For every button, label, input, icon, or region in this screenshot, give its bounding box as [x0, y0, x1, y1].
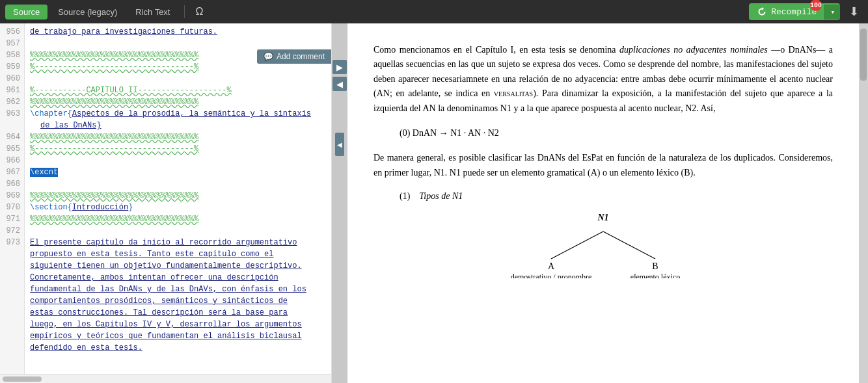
- line-962: 962: [0, 96, 24, 108]
- line-959: 959: [0, 61, 24, 73]
- preview-para-2: De manera general, es posible clasificar…: [373, 151, 833, 180]
- editor-panel: 💬 Add comment 956 957 958 959 960 961 96…: [0, 23, 332, 383]
- code-line-973g: estas construcciones. Tal descripción se…: [30, 307, 326, 319]
- code-line-965: %----------------------------------%: [30, 143, 326, 155]
- recompile-button[interactable]: Recompile ▾: [749, 3, 840, 20]
- preview-content: Como mencionamos en el Capítulo I, en es…: [347, 23, 859, 383]
- svg-line-1: [603, 231, 655, 259]
- code-line-963: \chapter{Aspectos de la prosodia, la sem…: [30, 108, 326, 120]
- preview-formula: (0) DnAN → N1 · AN · N2: [400, 126, 833, 140]
- code-line-973: El presente capítulo da inicio al recorr…: [30, 237, 326, 248]
- svg-text:demostrativo / pronombre: demostrativo / pronombre: [511, 272, 592, 278]
- comment-bubble-icon: 💬: [264, 52, 273, 61]
- formula-text: (0) DnAN → N1 · AN · N2: [400, 128, 499, 138]
- line-956: 956: [0, 26, 24, 38]
- line-963: 963: [0, 108, 24, 120]
- line-960: 960: [0, 73, 24, 85]
- code-line-970: \section{Introducción}: [30, 202, 326, 213]
- line-973f: [0, 295, 24, 307]
- toolbar: Source Source (legacy) Rich Text Ω Recom…: [0, 0, 868, 23]
- code-line-972: [30, 225, 326, 237]
- add-comment-button[interactable]: 💬 Add comment: [257, 49, 331, 64]
- download-button[interactable]: ⬇: [845, 3, 863, 20]
- svg-line-0: [551, 231, 603, 259]
- editor-scrollbar-thumb: [3, 376, 42, 382]
- preview-scrollbar[interactable]: [859, 23, 868, 383]
- preview-smallcaps: versalitas: [494, 88, 533, 98]
- code-line-973e: fundamental de las DnANs y de las DnAVs,…: [30, 284, 326, 295]
- code-line-973d: Concretamente, ambos intentan ofrecer un…: [30, 272, 326, 284]
- code-line-973b: propuesto en esta tesis. Tanto este capí…: [30, 248, 326, 260]
- code-line-973i: empíricos y teóricos que fundamentan el …: [30, 330, 326, 342]
- code-line-963b: de las DnANs}: [30, 120, 326, 131]
- code-line-scroll-top: de trabajo para investigaciones futuras.: [30, 26, 326, 38]
- tree-svg: A B demostrativo / pronombre elemento lé…: [499, 226, 707, 278]
- line-964: 964: [0, 131, 24, 143]
- preview-para-1: Como mencionamos en el Capítulo I, en es…: [373, 43, 833, 116]
- line-965: 965: [0, 143, 24, 155]
- tab-rich-text[interactable]: Rich Text: [128, 5, 178, 20]
- line-972: 972: [0, 225, 24, 237]
- line-973e: [0, 284, 24, 295]
- code-line-973h: luego, en los Capítulos IV y V, desarrol…: [30, 319, 326, 330]
- line-958: 958: [0, 49, 24, 61]
- line-973: 973: [0, 237, 24, 248]
- code-line-960: [30, 73, 326, 85]
- line-973i: [0, 330, 24, 342]
- code-line-957: [30, 38, 326, 49]
- omega-button[interactable]: Ω: [191, 5, 207, 19]
- nav-arrow-small[interactable]: ◀: [335, 133, 344, 156]
- code-line-973j: defendido en esta tesis.: [30, 342, 326, 354]
- code-line-966: [30, 155, 326, 166]
- code-line-967: \excnt: [30, 166, 326, 178]
- svg-text:A: A: [548, 261, 555, 271]
- tipos-n1-label: Tipos de N1: [419, 191, 463, 201]
- line-973h: [0, 319, 24, 330]
- line-968: 968: [0, 178, 24, 190]
- line-973g: [0, 307, 24, 319]
- line-969: 969: [0, 190, 24, 202]
- code-line-973f: comportamientos prosódicos, semánticos y…: [30, 295, 326, 307]
- preview-scrollbar-thumb: [860, 29, 867, 81]
- recompile-icon: [757, 7, 767, 17]
- tree-root-label: N1: [597, 211, 608, 225]
- editor-content: 956 957 958 959 960 961 962 963 964 965 …: [0, 23, 331, 374]
- line-957: 957: [0, 38, 24, 49]
- add-comment-label: Add comment: [277, 52, 325, 61]
- recompile-dropdown-arrow[interactable]: ▾: [824, 5, 840, 20]
- tree-diagram: N1 A B demostrativo / pronombre elemento…: [373, 211, 833, 278]
- code-line-969: %%%%%%%%%%%%%%%%%%%%%%%%%%%%%%%%%%%%: [30, 190, 326, 202]
- line-966: 966: [0, 155, 24, 166]
- code-line-973c: siguiente tienen un objetivo fundamental…: [30, 260, 326, 272]
- line-970: 970: [0, 202, 24, 213]
- main-area: 💬 Add comment 956 957 958 959 960 961 96…: [0, 23, 868, 383]
- line-973d: [0, 272, 24, 284]
- code-line-962: %%%%%%%%%%%%%%%%%%%%%%%%%%%%%%%%%%%%: [30, 96, 326, 108]
- code-area[interactable]: de trabajo para investigaciones futuras.…: [25, 23, 331, 374]
- code-line-961: %-----------CAPITULO II-----------------…: [30, 85, 326, 96]
- tab-source-legacy[interactable]: Source (legacy): [50, 5, 125, 20]
- preview-italic-term: duplicaciones no adyacentes nominales: [619, 45, 768, 55]
- numbered-paren: (1): [400, 191, 419, 201]
- nav-arrow-right[interactable]: ▶: [332, 60, 347, 74]
- preview-numbered: (1) Tipos de N1: [400, 189, 833, 204]
- divider: [184, 5, 185, 18]
- nav-arrows-panel: ▶ ◀ ◀: [332, 23, 347, 383]
- preview-panel: Como mencionamos en el Capítulo I, en es…: [347, 23, 868, 383]
- code-line-964: %%%%%%%%%%%%%%%%%%%%%%%%%%%%%%%%%%%%: [30, 131, 326, 143]
- svg-text:elemento léxico: elemento léxico: [631, 272, 680, 278]
- line-973c: [0, 260, 24, 272]
- line-numbers: 956 957 958 959 960 961 962 963 964 965 …: [0, 23, 25, 374]
- line-961: 961: [0, 85, 24, 96]
- toolbar-right: Recompile ▾ 100 ⬇: [749, 3, 863, 20]
- nav-arrow-left[interactable]: ◀: [332, 77, 347, 91]
- code-line-971: %%%%%%%%%%%%%%%%%%%%%%%%%%%%%%%%%%%%: [30, 213, 326, 225]
- svg-text:B: B: [652, 261, 658, 271]
- line-973b: [0, 248, 24, 260]
- line-973j: [0, 342, 24, 354]
- line-963b: [0, 120, 24, 131]
- tab-source[interactable]: Source: [5, 5, 47, 20]
- code-line-968: [30, 178, 326, 190]
- line-971: 971: [0, 213, 24, 225]
- editor-scrollbar[interactable]: [0, 374, 331, 383]
